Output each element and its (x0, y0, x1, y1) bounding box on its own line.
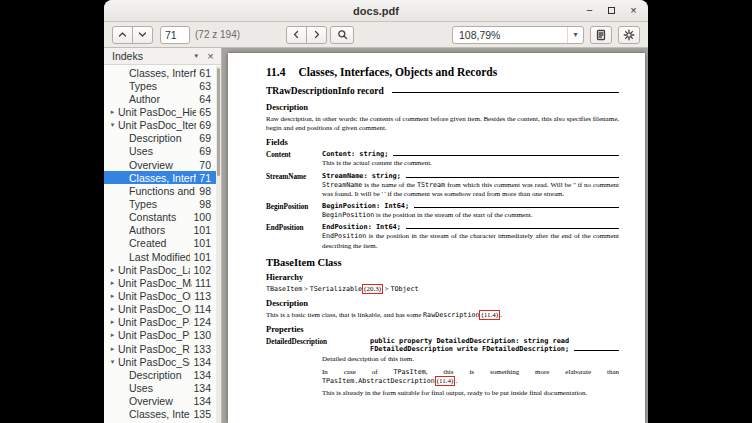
toolbar: (72 z 194) 108,79% ▾ (104, 22, 648, 48)
previous-page-button[interactable] (112, 26, 133, 44)
tree-item-page-number: 69 (196, 119, 216, 131)
index-tree-row[interactable]: Uses134 (104, 381, 216, 394)
index-tree-row[interactable]: ▸Unit PasDoc_Hier...65 (104, 105, 216, 118)
index-tree-row[interactable]: ▸Unit PasDoc_Lan...102 (104, 263, 216, 276)
expander-open-icon[interactable]: ▾ (107, 121, 118, 129)
scrollbar-thumb[interactable] (217, 68, 220, 176)
expander-closed-icon[interactable]: ▸ (107, 305, 118, 313)
tree-item-label: Constants (129, 211, 190, 223)
titlebar[interactable]: docs.pdf − × (104, 0, 648, 22)
tree-item-label: Functions and P... (129, 185, 196, 197)
chevron-down-icon: ▾ (194, 52, 198, 60)
class-description-heading: Description (266, 298, 619, 308)
declaration-rule (406, 228, 619, 229)
page-number-input[interactable] (160, 26, 190, 44)
fields-heading: Fields (266, 137, 619, 147)
index-tree-row[interactable]: ▸Unit PasDoc_Main111 (104, 276, 216, 289)
index-tree-row[interactable]: ▸Unit PasDoc_Obj...113 (104, 289, 216, 302)
sidebar-close-button[interactable]: × (204, 50, 217, 62)
zoom-level-select[interactable]: 108,79% ▾ (452, 26, 584, 44)
maximize-button[interactable] (604, 3, 619, 18)
index-tree-row[interactable]: ▾Unit PasDoc_Items69 (104, 119, 216, 132)
pdf-link[interactable]: (20.3) (362, 284, 383, 294)
tree-item-label: Overview (129, 395, 190, 407)
tree-item-page-number: 114 (191, 303, 216, 315)
index-tree-row[interactable]: Description69 (104, 132, 216, 145)
expander-closed-icon[interactable]: ▸ (107, 279, 118, 287)
annotate-button[interactable] (590, 26, 612, 44)
property-entry: DetailedDescriptionpublic property Detai… (266, 337, 619, 353)
property-declaration: public property DetailedDescription: str… (370, 337, 569, 353)
text-run: . (455, 377, 457, 385)
tree-item-page-number: 98 (196, 185, 216, 197)
field-entry: EndPositionEndPosition: Int64;EndPositio… (266, 223, 619, 250)
expander-closed-icon[interactable]: ▸ (107, 345, 118, 353)
history-back-button[interactable] (286, 26, 307, 44)
search-button[interactable] (330, 26, 354, 44)
menu-button[interactable] (618, 26, 640, 44)
close-button[interactable]: × (626, 3, 641, 18)
index-tree-row[interactable]: Overview70 (104, 158, 216, 171)
index-tree-row[interactable]: Authors101 (104, 224, 216, 237)
index-tree-row[interactable]: ▸Unit PasDoc_Parser124 (104, 316, 216, 329)
index-tree-row[interactable]: ▸Unit PasDoc_Opti...114 (104, 303, 216, 316)
tree-item-label: Unit PasDoc_Obj... (118, 290, 191, 302)
field-declaration: BeginPosition: Int64; (322, 202, 409, 210)
tree-item-label: Classes, Interfa... (129, 408, 190, 420)
chevron-right-icon (311, 29, 322, 40)
field-declaration: EndPosition: Int64; (322, 223, 401, 231)
expander-closed-icon[interactable]: ▸ (107, 292, 118, 300)
index-tree-row[interactable]: ▾Unit PasDoc_Sca...134 (104, 355, 216, 368)
text-run: This is the actual content the comment. (322, 159, 432, 167)
tree-item-label: Authors (129, 224, 190, 236)
expander-closed-icon[interactable]: ▸ (107, 331, 118, 339)
section-title: Classes, Interfaces, Objects and Records (299, 66, 498, 78)
tree-item-page-number: 63 (196, 80, 216, 92)
minimize-icon: − (586, 5, 592, 16)
sidebar-header[interactable]: Indeks ▾ × (104, 48, 221, 65)
next-page-button[interactable] (132, 26, 153, 44)
expander-closed-icon[interactable]: ▸ (107, 318, 118, 326)
index-tree-row[interactable]: Types98 (104, 197, 216, 210)
index-tree-row[interactable]: Classes, Interfa...71 (104, 171, 216, 184)
document-area[interactable]: 11.4Classes, Interfaces, Objects and Rec… (222, 48, 648, 423)
class-description: This is a basic item class, that is link… (266, 311, 619, 320)
field-description: This is the actual content the comment. (322, 159, 619, 168)
description-heading: Description (266, 102, 619, 112)
field-entry: BeginPositionBeginPosition: Int64;BeginP… (266, 202, 619, 220)
expander-open-icon[interactable]: ▾ (107, 358, 118, 366)
index-tree-row[interactable]: Description134 (104, 368, 216, 381)
index-tree-row[interactable]: Types63 (104, 79, 216, 92)
index-tree-row[interactable]: Constants100 (104, 211, 216, 224)
sidebar-scrollbar[interactable] (216, 66, 221, 423)
history-nav-group (286, 26, 327, 44)
gear-icon (623, 29, 635, 41)
tree-item-label: Last Modified (129, 251, 190, 263)
property-description: Detailed description of this item.In cas… (322, 355, 619, 398)
index-tree-row[interactable]: Overview134 (104, 395, 216, 408)
index-tree-row[interactable]: Uses69 (104, 145, 216, 158)
field-declaration: StreamName: string; (322, 172, 401, 180)
text-run: This is already in the form suitable for… (322, 389, 587, 397)
pdf-link[interactable]: (11.4) (435, 376, 456, 386)
declaration-rule (406, 177, 619, 178)
minimize-button[interactable]: − (582, 3, 597, 18)
history-forward-button[interactable] (306, 26, 327, 44)
index-tree-row[interactable]: ▸Unit PasDoc_Reg133 (104, 342, 216, 355)
index-tree-row[interactable]: Classes, Interfa...61 (104, 66, 216, 79)
expander-closed-icon[interactable]: ▸ (107, 108, 118, 116)
fields-list: ContentContent: string;This is the actua… (266, 150, 619, 250)
index-tree-row[interactable]: Author64 (104, 92, 216, 105)
index-tree-row[interactable]: Created101 (104, 237, 216, 250)
expander-closed-icon[interactable]: ▸ (107, 266, 118, 274)
tree-item-page-number: 101 (190, 237, 216, 249)
index-tree-row[interactable]: Functions and P...98 (104, 184, 216, 197)
pdf-link[interactable]: (11.4) (479, 310, 500, 320)
tree-item-page-number: 69 (196, 132, 216, 144)
index-tree-row[interactable]: Last Modified101 (104, 250, 216, 263)
index-tree-row[interactable]: ▸Unit PasDoc_Proc...130 (104, 329, 216, 342)
tree-item-page-number: 61 (196, 67, 216, 79)
field-entry: ContentContent: string;This is the actua… (266, 150, 619, 168)
text-run: TObject (390, 285, 418, 293)
index-tree-row[interactable]: Classes, Interfa...135 (104, 408, 216, 421)
